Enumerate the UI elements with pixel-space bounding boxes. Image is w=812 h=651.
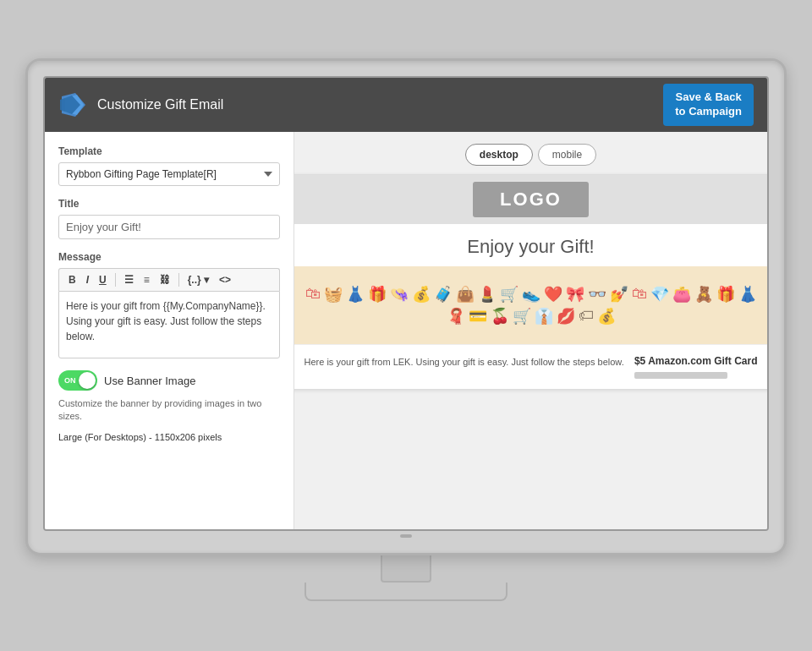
message-label: Message (58, 251, 280, 263)
email-gift-info: $5 Amazon.com Gift Card (634, 355, 758, 379)
banner-icon: 👛 (672, 285, 691, 304)
right-panel: desktop mobile LOGO Enjoy your Gift! (294, 132, 767, 529)
banner-icon: 👜 (456, 285, 475, 304)
ol-button[interactable]: ≡ (140, 272, 154, 287)
title-label: Title (58, 198, 280, 210)
email-gift-label: $5 Amazon.com Gift Card (634, 355, 758, 367)
banner-toggle-row: ON Use Banner Image (58, 370, 280, 391)
banner-icon: 👓 (588, 285, 606, 304)
message-editor[interactable]: Here is your gift from {{My.CompanyName}… (58, 291, 280, 358)
email-preview-title: Enjoy your Gift! (294, 224, 767, 266)
code-button[interactable]: <> (215, 272, 235, 287)
toggle-thumb (79, 372, 96, 389)
toolbar-separator-2 (178, 273, 179, 287)
toggle-on-label: ON (64, 376, 76, 385)
banner-icon: 🧺 (324, 285, 343, 304)
template-var-button[interactable]: {..} ▾ (184, 272, 213, 287)
email-logo-placeholder: LOGO (473, 182, 589, 217)
banner-icon: 💋 (557, 307, 575, 326)
toggle-label: Use Banner Image (104, 375, 195, 387)
save-back-button[interactable]: Save & Backto Campaign (663, 84, 754, 126)
banner-icon: 🧳 (434, 285, 453, 304)
banner-icon: 💰 (412, 285, 431, 304)
banner-icon: 💰 (597, 307, 616, 326)
banner-icon: 👗 (738, 285, 757, 304)
left-panel: Template Rybbon Gifting Page Template[R]… (45, 132, 294, 529)
template-label: Template (58, 145, 280, 157)
banner-icon: 👔 (535, 307, 553, 326)
message-section: Message B I U ☰ ≡ ⛓ {..} ▾ <> (58, 251, 280, 358)
underline-button[interactable]: U (95, 272, 111, 287)
banner-icon: ❤️ (544, 285, 562, 304)
banner-icon: 👗 (346, 285, 365, 304)
italic-button[interactable]: I (82, 272, 93, 287)
title-section: Title (58, 198, 280, 239)
banner-icon: 🛒 (513, 307, 531, 326)
app-title: Customize Gift Email (97, 97, 223, 112)
banner-icon: 🎁 (716, 285, 735, 304)
view-tabs: desktop mobile (465, 144, 596, 166)
link-button[interactable]: ⛓ (156, 272, 174, 287)
banner-toggle[interactable]: ON (58, 370, 97, 391)
app-header: Customize Gift Email Save & Backto Campa… (45, 78, 767, 132)
banner-icon: 💅 (610, 285, 628, 304)
banner-icon: 🎀 (566, 285, 584, 304)
banner-icon: 💎 (650, 285, 669, 304)
title-input[interactable] (58, 215, 280, 239)
email-body-text: Here is your gift from LEK. Using your g… (304, 355, 626, 379)
banner-icon: 🎁 (368, 285, 387, 304)
banner-icon: 🍒 (491, 307, 509, 326)
banner-icon: 🛍 (632, 285, 647, 304)
banner-icon: 👟 (522, 285, 540, 304)
size-label: Large (For Desktops) - 1150x206 pixels (58, 432, 280, 442)
banner-icon: 🧸 (694, 285, 713, 304)
banner-icon: 🛒 (500, 285, 518, 304)
stand-neck (381, 555, 431, 583)
tab-desktop[interactable]: desktop (465, 144, 533, 166)
bold-button[interactable]: B (64, 272, 80, 287)
tab-mobile[interactable]: mobile (538, 144, 596, 166)
template-section: Template Rybbon Gifting Page Template[R] (58, 145, 280, 186)
email-banner: 🛍 🧺 👗 🎁 👒 💰 🧳 👜 💄 🛒 👟 (294, 266, 767, 344)
toolbar-separator (115, 273, 116, 287)
email-logo-area: LOGO (294, 175, 767, 224)
banner-icon: 💄 (478, 285, 497, 304)
editor-toolbar: B I U ☰ ≡ ⛓ {..} ▾ <> (58, 268, 280, 291)
banner-icon: 👒 (390, 285, 409, 304)
banner-description: Customize the banner by providing images… (58, 397, 280, 424)
banner-icon: 🏷 (579, 307, 594, 326)
email-gift-bar (634, 372, 727, 379)
template-select[interactable]: Rybbon Gifting Page Template[R] (58, 162, 280, 186)
monitor-camera (400, 534, 412, 538)
banner-icon: 🛍 (305, 285, 321, 304)
banner-icons-area: 🛍 🧺 👗 🎁 👒 💰 🧳 👜 💄 🛒 👟 (294, 266, 767, 344)
email-body-row: Here is your gift from LEK. Using your g… (294, 344, 767, 389)
banner-icon: 💳 (469, 307, 487, 326)
banner-icon: 🧣 (447, 307, 465, 326)
app-logo-icon (58, 90, 89, 120)
email-preview: LOGO Enjoy your Gift! 🛍 🧺 👗 🎁 (294, 174, 767, 390)
ul-button[interactable]: ☰ (120, 272, 138, 287)
stand-base (304, 583, 508, 601)
monitor-stand (25, 555, 787, 601)
